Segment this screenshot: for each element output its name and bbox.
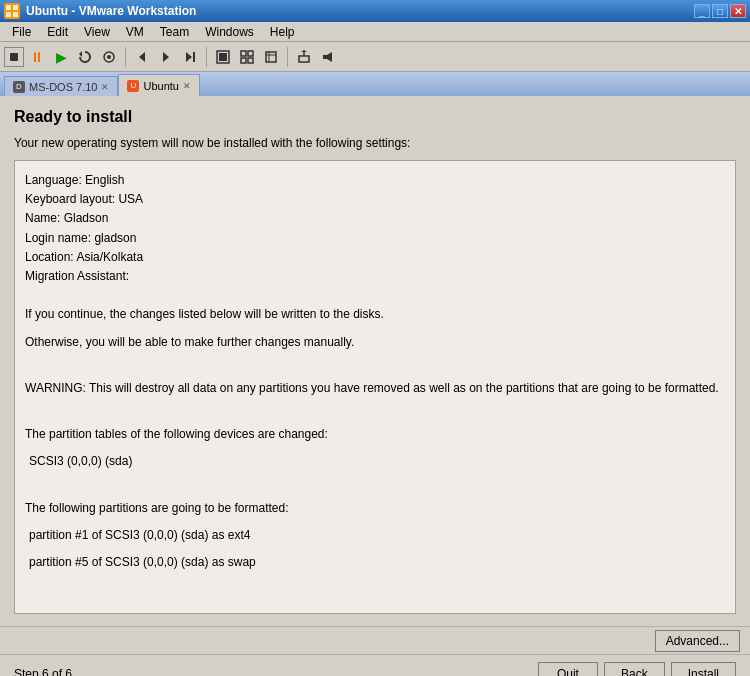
svg-rect-17 [248, 58, 253, 63]
back-button[interactable]: Back [604, 662, 665, 677]
install-details-box[interactable]: Language: English Keyboard layout: USA N… [14, 160, 736, 614]
svg-marker-25 [327, 52, 332, 62]
toolbar-snapshot-btn[interactable] [98, 46, 120, 68]
main-content: Ready to install Your new operating syst… [0, 96, 750, 626]
toolbar-pause-btn[interactable]: ⏸ [26, 46, 48, 68]
svg-rect-16 [241, 58, 246, 63]
settings-list: Language: English Keyboard layout: USA N… [25, 171, 725, 286]
svg-marker-9 [163, 52, 169, 62]
tab-ubuntu-close[interactable]: ✕ [183, 81, 191, 91]
menu-edit[interactable]: Edit [39, 23, 76, 41]
svg-rect-24 [323, 55, 327, 59]
install-button[interactable]: Install [671, 662, 736, 677]
svg-rect-11 [193, 52, 195, 62]
toolbar-nav-back[interactable] [131, 46, 153, 68]
svg-rect-3 [13, 12, 18, 17]
step-footer: Step 6 of 6 Quit Back Install [0, 654, 750, 676]
toolbar-fit-btn[interactable] [260, 46, 282, 68]
warning-text2: Otherwise, you will be able to make furt… [25, 333, 725, 352]
menu-windows[interactable]: Windows [197, 23, 262, 41]
tab-msdos-close[interactable]: ✕ [101, 82, 109, 92]
svg-rect-0 [6, 5, 11, 10]
toolbar-fullscreen-btn[interactable] [212, 46, 234, 68]
svg-rect-1 [13, 5, 18, 10]
title-bar: Ubuntu - VMware Workstation _ □ ✕ [0, 0, 750, 22]
window-title: Ubuntu - VMware Workstation [26, 4, 196, 18]
toolbar: ⏸ ▶ [0, 42, 750, 72]
minimize-button[interactable]: _ [694, 4, 710, 18]
setting-name: Name: Gladson [25, 209, 725, 228]
menu-team[interactable]: Team [152, 23, 197, 41]
close-button[interactable]: ✕ [730, 4, 746, 18]
toolbar-nav-end[interactable] [179, 46, 201, 68]
setting-keyboard: Keyboard layout: USA [25, 190, 725, 209]
svg-rect-2 [6, 12, 11, 17]
svg-rect-14 [241, 51, 246, 56]
tab-msdos-icon: D [13, 81, 25, 93]
toolbar-power-btn[interactable] [4, 47, 24, 67]
tab-ubuntu-icon: U [127, 80, 139, 92]
menu-bar: File Edit View VM Team Windows Help [0, 22, 750, 42]
svg-marker-8 [139, 52, 145, 62]
toolbar-unity-btn[interactable] [236, 46, 258, 68]
toolbar-sep-2 [206, 47, 207, 67]
app-icon [4, 3, 20, 19]
tab-msdos[interactable]: D MS-DOS 7.10 ✕ [4, 76, 118, 96]
tab-ubuntu[interactable]: U Ubuntu ✕ [118, 74, 199, 96]
warning-text1: If you continue, the changes listed belo… [25, 305, 725, 324]
menu-view[interactable]: View [76, 23, 118, 41]
svg-rect-4 [10, 53, 18, 61]
svg-marker-5 [79, 51, 82, 57]
footer-buttons: Quit Back Install [538, 662, 736, 677]
toolbar-play-btn[interactable]: ▶ [50, 46, 72, 68]
menu-file[interactable]: File [4, 23, 39, 41]
partition-table-devices: SCSI3 (0,0,0) (sda) [25, 452, 725, 471]
tab-bar: D MS-DOS 7.10 ✕ U Ubuntu ✕ [0, 72, 750, 96]
menu-help[interactable]: Help [262, 23, 303, 41]
toolbar-sep-1 [125, 47, 126, 67]
svg-rect-15 [248, 51, 253, 56]
advanced-button[interactable]: Advanced... [655, 630, 740, 652]
menu-vm[interactable]: VM [118, 23, 152, 41]
maximize-button[interactable]: □ [712, 4, 728, 18]
svg-marker-10 [186, 52, 192, 62]
format-header: The following partitions are going to be… [25, 499, 725, 518]
setting-location: Location: Asia/Kolkata [25, 248, 725, 267]
toolbar-sound-btn[interactable] [317, 46, 339, 68]
svg-rect-18 [266, 52, 276, 62]
setting-migration: Migration Assistant: [25, 267, 725, 286]
svg-point-7 [107, 55, 111, 59]
bottom-bar: Advanced... [0, 626, 750, 654]
toolbar-reset-btn[interactable] [74, 46, 96, 68]
svg-rect-21 [299, 56, 309, 62]
partition-table-header: The partition tables of the following de… [25, 425, 725, 444]
svg-marker-23 [301, 50, 307, 52]
format-item-2: partition #5 of SCSI3 (0,0,0) (sda) as s… [25, 553, 725, 572]
toolbar-nav-fwd[interactable] [155, 46, 177, 68]
toolbar-sep-3 [287, 47, 288, 67]
page-description: Your new operating system will now be in… [14, 136, 736, 150]
toolbar-usb-btn[interactable] [293, 46, 315, 68]
setting-language: Language: English [25, 171, 725, 190]
page-title: Ready to install [14, 108, 736, 126]
warning-text3: WARNING: This will destroy all data on a… [25, 379, 725, 398]
format-item-1: partition #1 of SCSI3 (0,0,0) (sda) as e… [25, 526, 725, 545]
step-label: Step 6 of 6 [14, 667, 72, 677]
quit-button[interactable]: Quit [538, 662, 598, 677]
setting-login: Login name: gladson [25, 229, 725, 248]
svg-rect-13 [219, 53, 227, 61]
window-controls: _ □ ✕ [694, 4, 746, 18]
